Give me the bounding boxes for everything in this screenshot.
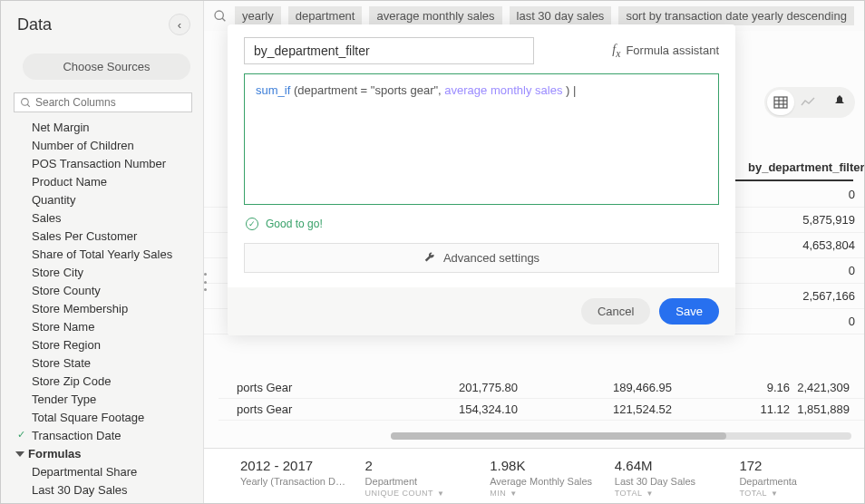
sidebar: Data ‹ Choose Sources Net Margin Number …	[1, 1, 204, 503]
fx-icon: fx	[612, 43, 620, 60]
list-item[interactable]: Departmental Share	[10, 462, 203, 480]
table-row[interactable]: ports Gear 201,775.80 189,466.95 9.16 2,…	[219, 377, 864, 399]
check-circle-icon: ✓	[246, 218, 258, 230]
svg-rect-4	[774, 97, 787, 108]
search-pill[interactable]: department	[288, 6, 363, 25]
scrollbar-thumb[interactable]	[391, 432, 726, 440]
search-icon	[20, 97, 32, 109]
svg-point-0	[22, 98, 29, 105]
pin-icon	[833, 95, 846, 110]
search-columns-input[interactable]	[35, 96, 186, 109]
formula-name-input[interactable]	[244, 37, 534, 64]
formula-editor[interactable]: sum_if (department = "sports gear", aver…	[244, 73, 719, 205]
list-item[interactable]: Store State	[10, 354, 203, 372]
svg-line-3	[222, 18, 225, 21]
horizontal-scrollbar[interactable]	[391, 432, 851, 440]
column-header[interactable]: by_department_filter	[735, 155, 853, 181]
list-item[interactable]: POS Transaction Number	[10, 154, 203, 172]
list-item[interactable]: Monthly Sales	[10, 499, 203, 503]
list-item[interactable]: Quantity	[10, 190, 203, 208]
list-item[interactable]: Store Membership	[10, 299, 203, 317]
list-item[interactable]: Store County	[10, 281, 203, 299]
advanced-settings-button[interactable]: Advanced settings	[244, 243, 719, 273]
list-item[interactable]: Store Zip Code	[10, 372, 203, 390]
table-view-toggle[interactable]	[767, 90, 794, 115]
list-item[interactable]: Number of Children	[10, 136, 203, 154]
list-item[interactable]: Share of Total Yearly Sales	[10, 245, 203, 263]
search-pill[interactable]: yearly	[235, 6, 281, 25]
search-pill[interactable]: average monthly sales	[369, 6, 501, 25]
pin-button[interactable]	[827, 90, 852, 115]
list-item[interactable]: Product Name	[10, 172, 203, 190]
formula-editor-modal: fx Formula assistant sum_if (department …	[228, 24, 735, 335]
summary-item[interactable]: 2012 - 2017 Yearly (Transaction Date)	[240, 458, 347, 498]
svg-point-2	[215, 11, 223, 19]
table-icon	[773, 96, 788, 109]
save-button[interactable]: Save	[659, 298, 719, 325]
search-pill[interactable]: last 30 day sales	[510, 6, 612, 25]
list-item[interactable]: Sales	[10, 208, 203, 227]
chart-view-toggle[interactable]	[794, 90, 821, 115]
chevron-left-icon: ‹	[178, 18, 181, 32]
list-item[interactable]: Sales Per Customer	[10, 227, 203, 245]
column-list[interactable]: Net Margin Number of Children POS Transa…	[1, 118, 203, 503]
chevron-down-icon: ▼	[510, 489, 517, 498]
table-row[interactable]: ports Gear 154,324.10 121,524.52 11.12 1…	[219, 399, 864, 421]
wrench-icon	[423, 252, 436, 265]
summary-item[interactable]: 1.98K Average Monthly Sales MIN▼	[490, 458, 597, 498]
search-pill[interactable]: sort by transaction date yearly descendi…	[618, 6, 854, 25]
choose-sources-button[interactable]: Choose Sources	[23, 53, 190, 80]
sidebar-title: Data	[17, 15, 52, 34]
list-item[interactable]: Store Region	[10, 335, 203, 354]
list-item[interactable]: Tender Type	[10, 390, 203, 408]
chevron-down-icon: ▼	[771, 489, 778, 498]
summary-bar: 2012 - 2017 Yearly (Transaction Date) 2 …	[204, 448, 864, 503]
resize-handle[interactable]	[204, 273, 211, 291]
formula-assistant-link[interactable]: fx Formula assistant	[612, 43, 719, 60]
collapse-sidebar-button[interactable]: ‹	[169, 14, 190, 35]
list-item[interactable]: Store Name	[10, 317, 203, 335]
list-item[interactable]: Store City	[10, 263, 203, 281]
chevron-down-icon: ▼	[437, 489, 444, 498]
formulas-section-header[interactable]: Formulas	[10, 444, 203, 462]
chart-icon	[801, 96, 815, 109]
list-item[interactable]: Transaction Date	[10, 426, 203, 444]
list-item[interactable]: Last 30 Day Sales	[10, 480, 203, 499]
list-item[interactable]: Total Square Footage	[10, 408, 203, 426]
formula-status: ✓ Good to go!	[228, 205, 735, 243]
summary-item[interactable]: 4.64M Last 30 Day Sales TOTAL▼	[615, 458, 722, 498]
search-icon	[213, 9, 228, 24]
visible-table-rows: ports Gear 201,775.80 189,466.95 9.16 2,…	[219, 377, 864, 421]
view-toggle-group	[764, 87, 855, 118]
summary-item[interactable]: 172 Departmenta TOTAL▼	[739, 458, 846, 498]
cancel-button[interactable]: Cancel	[581, 298, 650, 325]
chevron-down-icon: ▼	[646, 489, 653, 498]
list-item[interactable]: Net Margin	[10, 118, 203, 136]
search-columns-box[interactable]	[14, 92, 192, 112]
svg-line-1	[27, 104, 30, 107]
summary-item[interactable]: 2 Department UNIQUE COUNT▼	[365, 458, 472, 498]
